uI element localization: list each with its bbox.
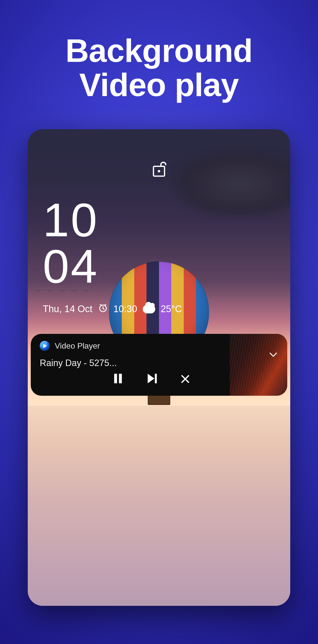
svg-point-1 — [158, 170, 160, 172]
unlock-icon[interactable] — [151, 162, 167, 179]
expand-chevron-icon[interactable] — [268, 350, 278, 361]
alarm-icon — [98, 303, 108, 315]
wallpaper-cloud — [175, 152, 290, 216]
weather-cloud-icon — [143, 305, 155, 314]
clock-hours: 10 — [43, 196, 98, 243]
close-media-button[interactable] — [180, 374, 190, 384]
wallpaper-water — [28, 406, 290, 606]
svg-rect-4 — [119, 374, 122, 383]
temperature: 25°C — [161, 304, 182, 314]
hero-line1: Background — [66, 34, 252, 68]
media-app-name: Video Player — [55, 341, 100, 350]
media-notification[interactable]: Video Player Rainy Day - 5275... — [31, 334, 287, 396]
svg-rect-3 — [114, 374, 117, 383]
hero-line2: Video play — [66, 68, 252, 102]
media-controls — [112, 373, 221, 385]
lockscreen-date: Thu, 14 Oct — [43, 304, 92, 314]
next-track-button[interactable] — [146, 373, 158, 385]
alarm-time: 10:30 — [113, 304, 137, 314]
phone-lockscreen: ︶︶︶︶︶ 10 04 Thu, 14 Oct 10:30 25°C — [28, 129, 290, 606]
lockscreen-clock: 10 04 — [43, 196, 98, 290]
hero-title: Background Video play — [66, 34, 252, 102]
media-header: Video Player — [40, 341, 221, 351]
video-player-app-icon — [40, 341, 50, 351]
svg-rect-6 — [155, 374, 157, 383]
svg-marker-5 — [148, 374, 154, 383]
media-track-title: Rainy Day - 5275... — [40, 358, 221, 368]
media-thumbnail — [230, 334, 287, 396]
clock-minutes: 04 — [43, 243, 98, 290]
pause-button[interactable] — [112, 373, 124, 385]
lockscreen-info-row: Thu, 14 Oct 10:30 25°C — [43, 303, 182, 315]
